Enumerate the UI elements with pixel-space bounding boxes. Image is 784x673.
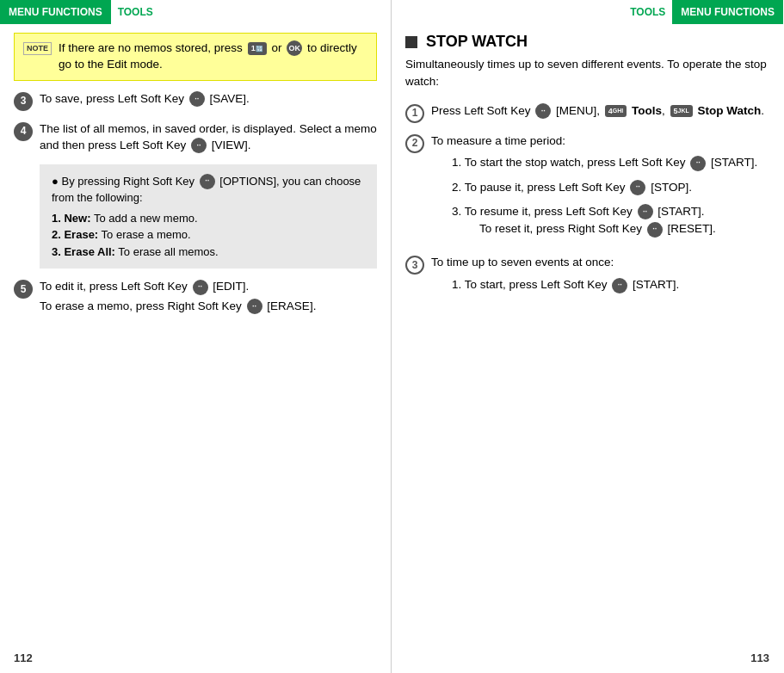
right-step-2-sub-1: 1. To start the stop watch, press Left S… [452, 154, 769, 171]
right-step-1-text3: Tools, [628, 104, 668, 117]
step-5-text3: To erase a memo, press Right Soft Key [40, 299, 245, 312]
step-5-line2: To erase a memo, press Right Soft Key ··… [40, 299, 377, 315]
right-step-3-text: To time up to seven events at once: [431, 255, 769, 271]
step-3: 3 To save, press Left Soft Key ·· [SAVE]… [14, 91, 377, 111]
bullet-text: ● By pressing Right Soft Key [52, 175, 198, 188]
right-step-1-text4: Stop Watch. [694, 104, 764, 117]
step-5-content: To edit it, press Left Soft Key ·· [EDIT… [40, 279, 377, 315]
title-square-icon [405, 36, 417, 48]
step-4-num: 4 [14, 122, 33, 141]
left-page-number: 112 [14, 651, 33, 664]
left-header: MENU FUNCTIONS TOOLS [0, 0, 391, 24]
soft-key-erase: ·· [247, 299, 262, 314]
left-content: NOTE If there are no memos stored, press… [0, 24, 391, 673]
bullet-item-1: 1. New: To add a new memo. [52, 210, 365, 227]
soft-key-edit: ·· [193, 280, 208, 295]
note-or: or [271, 41, 285, 54]
soft-key-stop: ·· [630, 180, 645, 195]
right-step-3-sub-1: 1. To start, press Left Soft Key ·· [STA… [452, 276, 769, 293]
step-5-text4: [ERASE]. [264, 299, 317, 312]
step-4-text2: [VIEW]. [208, 139, 251, 151]
note-text: If there are no memos stored, press 1🔢 o… [59, 40, 367, 73]
key-4-ghi: 4GHI [605, 105, 627, 118]
key-ok: OK [287, 40, 302, 56]
right-step-2-content: To measure a time period: 1. To start th… [431, 133, 769, 245]
right-menu-functions-label: MENU FUNCTIONS [672, 0, 783, 24]
left-tools-label: TOOLS [111, 2, 160, 22]
section-title: STOP WATCH [405, 33, 769, 51]
step-5-line1: To edit it, press Left Soft Key ·· [EDIT… [40, 279, 377, 295]
left-page: MENU FUNCTIONS TOOLS NOTE If there are n… [0, 0, 392, 673]
right-step-2-sub-2: 2. To pause it, press Left Soft Key ·· [… [452, 179, 769, 196]
step-5-num: 5 [14, 280, 33, 299]
right-step-1-content: Press Left Soft Key ·· [MENU], 4GHI Tool… [431, 103, 769, 120]
right-step-3-content: To time up to seven events at once: 1. T… [431, 255, 769, 300]
soft-key-options: ·· [200, 174, 215, 189]
step-3-text2: [SAVE]. [207, 92, 250, 105]
soft-key-menu: ·· [535, 103, 551, 119]
bullet-item-2: 2. Erase: To erase a memo. [52, 226, 365, 244]
soft-key-save: ·· [189, 91, 205, 107]
soft-key-reset: ·· [647, 222, 663, 238]
right-step-1-text: Press Left Soft Key [431, 104, 534, 117]
right-content: STOP WATCH Simultaneously times up to se… [392, 24, 783, 673]
soft-key-view: ·· [191, 138, 207, 153]
step-3-num: 3 [14, 92, 33, 111]
step-5-text1: To edit it, press Left Soft Key [40, 280, 191, 293]
right-step-1-num: 1 [405, 104, 424, 123]
right-step-1: 1 Press Left Soft Key ·· [MENU], 4GHI To… [405, 103, 769, 123]
right-tools-label: TOOLS [623, 2, 672, 22]
section-title-text: STOP WATCH [426, 33, 528, 51]
step-3-content: To save, press Left Soft Key ·· [SAVE]. [40, 91, 377, 108]
step-4: 4 The list of all memos, in saved order,… [14, 121, 377, 154]
right-step-3: 3 To time up to seven events at once: 1.… [405, 255, 769, 300]
page: MENU FUNCTIONS TOOLS NOTE If there are n… [0, 0, 784, 673]
left-menu-functions-label: MENU FUNCTIONS [0, 0, 111, 24]
note-text-1: If there are no memos stored, press [59, 41, 243, 54]
right-step-2-sub-3: 3. To resume it, press Left Soft Key ·· … [452, 203, 769, 238]
right-header: TOOLS MENU FUNCTIONS [392, 0, 783, 24]
soft-key-start-1: ·· [690, 156, 706, 171]
soft-key-start-3: ·· [612, 278, 627, 293]
right-page: TOOLS MENU FUNCTIONS STOP WATCH Simultan… [392, 0, 783, 673]
bullet-box: ● By pressing Right Soft Key ·· [OPTIONS… [40, 164, 377, 269]
key-1: 1🔢 [248, 42, 267, 55]
bullet-intro: ● By pressing Right Soft Key ·· [OPTIONS… [52, 173, 365, 207]
step-5-text2: [EDIT]. [210, 280, 250, 293]
bullet-items: 1. New: To add a new memo. 2. Erase: To … [52, 210, 365, 261]
right-step-2-text: To measure a time period: [431, 133, 769, 150]
step-5: 5 To edit it, press Left Soft Key ·· [ED… [14, 279, 377, 315]
step-3-text: To save, press Left Soft Key [40, 92, 188, 105]
step-4-content: The list of all memos, in saved order, i… [40, 121, 377, 154]
key-5-jkl: 5JKL [670, 105, 693, 118]
section-desc: Simultaneously times up to seven differe… [405, 56, 769, 91]
right-step-2-sub-3-extra: To reset it, press Right Soft Key ·· [RE… [479, 222, 716, 235]
right-step-2-num: 2 [405, 134, 424, 153]
soft-key-start-2: ·· [638, 204, 653, 219]
note-box: NOTE If there are no memos stored, press… [14, 33, 377, 81]
right-page-number: 113 [750, 651, 769, 664]
bullet-item-3: 3. Erase All: To erase all memos. [52, 244, 365, 261]
right-step-2: 2 To measure a time period: 1. To start … [405, 133, 769, 245]
right-step-3-num: 3 [405, 256, 424, 275]
right-step-1-text2: [MENU], [553, 104, 603, 117]
